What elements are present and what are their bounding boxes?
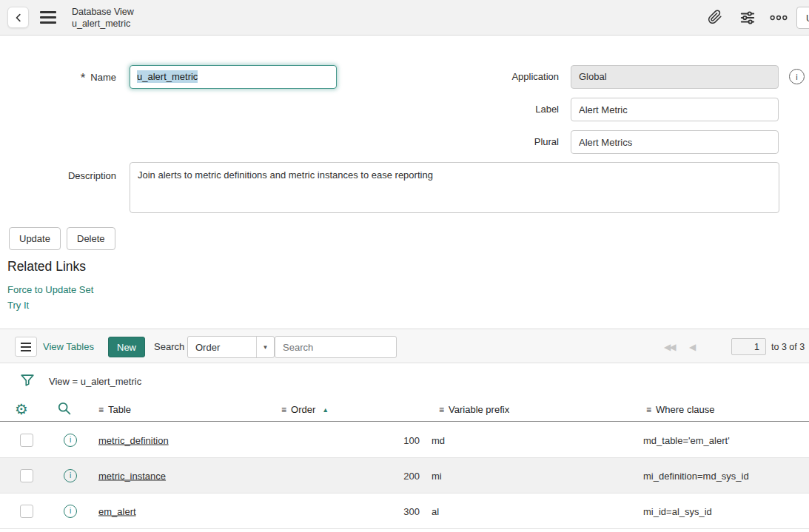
column-header-order[interactable]: ≡ Order ▲ (281, 404, 329, 415)
row-checkbox[interactable] (20, 505, 33, 518)
column-menu-icon[interactable]: ≡ (439, 404, 444, 414)
label-input[interactable] (571, 98, 779, 121)
list-search-input[interactable] (275, 336, 397, 358)
where-clause-value: mi_id=al_sys_id (643, 505, 712, 516)
plural-input[interactable] (571, 130, 779, 154)
personalize-list-gear-icon[interactable]: ⚙ (15, 402, 28, 417)
chevron-down-icon: ▼ (256, 337, 274, 357)
table-link[interactable]: metric_definition (98, 434, 169, 445)
form-context-menu-icon[interactable] (40, 11, 56, 27)
column-menu-icon[interactable]: ≡ (98, 404, 104, 414)
column-label-where-clause: Where clause (656, 404, 714, 415)
previous-page-icon[interactable]: ◀ (689, 342, 696, 352)
label-label: Label (444, 98, 559, 121)
related-links-heading: Related Links (7, 259, 86, 275)
force-to-update-set-link[interactable]: Force to Update Set (7, 284, 93, 295)
application-field: Global (571, 65, 779, 89)
application-info-icon[interactable]: i (789, 69, 805, 84)
filter-row: View = u_alert_metric (0, 364, 809, 397)
order-value: 100 (281, 434, 420, 445)
name-input[interactable]: u_alert_metric (130, 65, 337, 89)
row-checkbox[interactable] (20, 434, 33, 447)
table-link[interactable]: em_alert (98, 505, 136, 516)
header-update-button[interactable]: Update (796, 7, 809, 29)
name-label-text: Name (90, 72, 116, 83)
column-label-variable-prefix: Variable prefix (449, 404, 509, 415)
update-button[interactable]: Update (9, 227, 61, 250)
database-view-page: Database View u_alert_metric Update *Nam… (0, 0, 809, 532)
row-checkbox[interactable] (20, 469, 33, 482)
where-clause-value: md_table='em_alert' (643, 434, 730, 445)
search-column-select[interactable]: Order ▼ (187, 336, 275, 358)
search-label: Search (154, 341, 184, 352)
filter-breadcrumb[interactable]: View = u_alert_metric (49, 376, 141, 387)
try-it-link[interactable]: Try It (7, 300, 29, 311)
description-label: Description (0, 164, 116, 187)
page-subtitle: u_alert_metric (72, 18, 134, 30)
table-row: i metric_instance 200 mi mi_definition=m… (0, 458, 809, 494)
column-menu-icon[interactable]: ≡ (646, 404, 651, 414)
first-page-icon[interactable]: ◀◀ (664, 342, 674, 352)
chevron-left-icon (13, 12, 24, 24)
description-textarea[interactable]: Join alerts to metric definitions and me… (130, 162, 779, 213)
list-search-icon[interactable] (56, 400, 72, 418)
plural-label: Plural (444, 130, 559, 153)
more-options-button[interactable] (770, 11, 788, 24)
sort-ascending-icon: ▲ (322, 405, 329, 413)
list-header-row: ⚙ ≡ Table ≡ Order ▲ ≡ Variable prefix ≡ … (0, 397, 809, 422)
back-button[interactable] (7, 7, 29, 28)
page-title: Database View (72, 6, 134, 18)
filter-funnel-icon[interactable] (19, 372, 36, 391)
table-row: i em_alert 300 al mi_id=al_sys_id (0, 494, 809, 529)
column-header-where-clause[interactable]: ≡ Where clause (646, 404, 715, 415)
table-row: i metric_definition 100 md md_table='em_… (0, 422, 809, 458)
order-value: 200 (281, 470, 420, 481)
paperclip-icon (708, 10, 722, 24)
name-value-selected-text: u_alert_metric (137, 70, 198, 83)
variable-prefix-value: md (432, 434, 445, 445)
page-number-input[interactable] (731, 338, 766, 355)
new-button[interactable]: New (108, 337, 145, 357)
row-range-text: to 3 of 3 (771, 342, 805, 352)
where-clause-value: mi_definition=md_sys_id (643, 470, 749, 481)
search-column-value: Order (188, 342, 256, 353)
column-menu-icon[interactable]: ≡ (281, 404, 286, 414)
personalize-form-button[interactable] (739, 10, 756, 26)
related-list-title[interactable]: View Tables (43, 341, 94, 352)
attachment-button[interactable] (708, 10, 722, 24)
record-preview-icon[interactable]: i (64, 505, 77, 518)
required-asterisk: * (81, 71, 86, 85)
sliders-icon (739, 10, 756, 26)
variable-prefix-value: mi (432, 470, 442, 481)
delete-button[interactable]: Delete (67, 227, 115, 250)
column-header-variable-prefix[interactable]: ≡ Variable prefix (439, 404, 509, 415)
variable-prefix-value: al (432, 505, 439, 516)
record-preview-icon[interactable]: i (64, 434, 77, 447)
page-title-block: Database View u_alert_metric (72, 6, 134, 30)
column-header-table[interactable]: ≡ Table (98, 404, 131, 415)
list-context-menu-icon[interactable] (15, 337, 37, 357)
column-label-order: Order (291, 404, 315, 415)
application-label: Application (444, 65, 559, 88)
name-label: *Name (0, 65, 116, 88)
order-value: 300 (281, 505, 420, 516)
app-header: Database View u_alert_metric Update (0, 0, 809, 36)
table-link[interactable]: metric_instance (98, 470, 166, 481)
ellipsis-icon (770, 11, 788, 24)
record-preview-icon[interactable]: i (64, 469, 77, 482)
related-list-toolbar: View Tables New Search Order ▼ ◀◀ ◀ to 3… (0, 329, 809, 363)
column-label-table: Table (108, 404, 131, 415)
